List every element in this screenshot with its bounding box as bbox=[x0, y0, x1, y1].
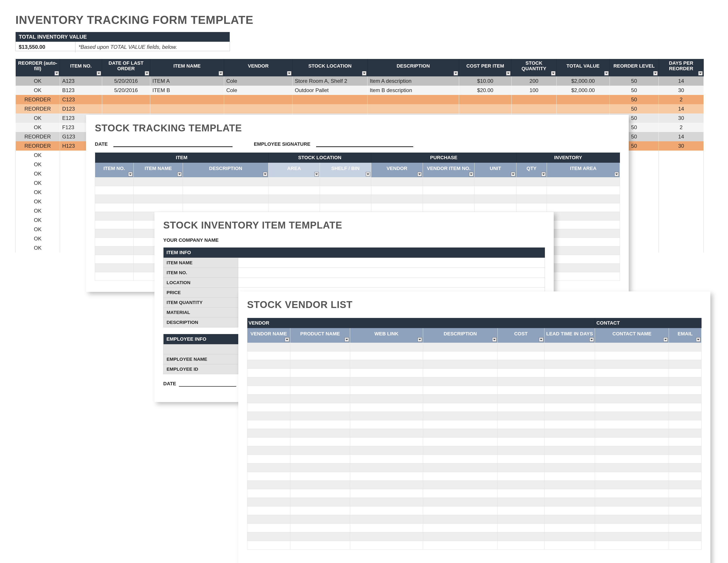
filter-dropdown-icon[interactable] bbox=[663, 337, 668, 342]
table-cell[interactable] bbox=[497, 489, 544, 498]
table-cell[interactable] bbox=[290, 420, 350, 429]
table-cell[interactable] bbox=[423, 507, 497, 515]
table-cell[interactable] bbox=[247, 360, 290, 369]
table-cell[interactable] bbox=[669, 429, 702, 438]
table-cell[interactable] bbox=[497, 472, 544, 481]
filter-dropdown-icon[interactable] bbox=[551, 71, 555, 75]
table-cell[interactable] bbox=[350, 369, 423, 377]
table-cell[interactable] bbox=[497, 429, 544, 438]
table-cell[interactable]: 5/20/2016 bbox=[102, 76, 150, 86]
column-header[interactable]: VENDOR bbox=[224, 59, 293, 76]
table-cell[interactable] bbox=[544, 412, 595, 420]
table-cell[interactable]: 30 bbox=[659, 141, 704, 150]
table-cell[interactable]: OK bbox=[16, 188, 60, 197]
table-cell[interactable]: Outdoor Pallet bbox=[293, 86, 368, 95]
column-header[interactable]: STOCK QUANTITY bbox=[511, 59, 556, 76]
table-cell[interactable] bbox=[293, 104, 368, 113]
table-cell[interactable] bbox=[497, 446, 544, 455]
table-cell[interactable] bbox=[95, 255, 134, 263]
table-cell[interactable] bbox=[247, 395, 290, 403]
filter-dropdown-icon[interactable] bbox=[454, 71, 458, 75]
signature-input-line[interactable] bbox=[316, 146, 413, 147]
table-cell[interactable] bbox=[595, 343, 669, 352]
table-cell[interactable] bbox=[290, 524, 350, 532]
table-cell[interactable] bbox=[669, 420, 702, 429]
table-cell[interactable] bbox=[511, 95, 556, 104]
table-cell[interactable] bbox=[247, 369, 290, 377]
table-cell[interactable] bbox=[475, 177, 516, 186]
table-cell[interactable] bbox=[423, 446, 497, 455]
table-cell[interactable] bbox=[669, 377, 702, 386]
table-cell[interactable] bbox=[320, 177, 371, 186]
table-cell[interactable] bbox=[544, 403, 595, 412]
table-cell[interactable] bbox=[669, 386, 702, 395]
filter-dropdown-icon[interactable] bbox=[696, 337, 700, 342]
table-cell[interactable] bbox=[247, 455, 290, 463]
table-cell[interactable] bbox=[669, 524, 702, 532]
table-cell[interactable] bbox=[659, 243, 704, 252]
table-cell[interactable] bbox=[350, 377, 423, 386]
table-cell[interactable] bbox=[290, 369, 350, 377]
column-header[interactable]: AREA bbox=[268, 163, 320, 177]
table-cell[interactable] bbox=[247, 412, 290, 420]
table-cell[interactable] bbox=[475, 195, 516, 203]
column-header[interactable]: VENDOR bbox=[371, 163, 423, 177]
table-cell[interactable]: Cole bbox=[224, 86, 293, 95]
filter-dropdown-icon[interactable] bbox=[287, 71, 291, 75]
table-cell[interactable] bbox=[350, 489, 423, 498]
table-cell[interactable] bbox=[247, 463, 290, 472]
table-cell[interactable] bbox=[247, 420, 290, 429]
table-cell[interactable] bbox=[350, 395, 423, 403]
column-header[interactable]: LEAD TIME IN DAYS bbox=[544, 328, 595, 343]
table-cell[interactable] bbox=[544, 352, 595, 360]
table-cell[interactable] bbox=[595, 532, 669, 541]
table-cell[interactable] bbox=[247, 481, 290, 489]
table-cell[interactable]: OK bbox=[16, 197, 60, 206]
table-cell[interactable] bbox=[595, 463, 669, 472]
table-cell[interactable] bbox=[423, 455, 497, 463]
column-header[interactable]: COST PER ITEM bbox=[459, 59, 511, 76]
column-header[interactable]: PRODUCT NAME bbox=[290, 328, 350, 343]
table-cell[interactable] bbox=[423, 532, 497, 541]
table-cell[interactable]: C123 bbox=[60, 95, 102, 104]
table-cell[interactable] bbox=[95, 203, 134, 212]
table-cell[interactable]: OK bbox=[16, 76, 60, 86]
table-cell[interactable]: $2,000.00 bbox=[557, 86, 610, 95]
table-cell[interactable] bbox=[659, 188, 704, 197]
table-cell[interactable] bbox=[497, 498, 544, 507]
filter-dropdown-icon[interactable] bbox=[589, 337, 594, 342]
filter-dropdown-icon[interactable] bbox=[541, 172, 546, 176]
filter-dropdown-icon[interactable] bbox=[511, 172, 515, 176]
table-cell[interactable] bbox=[247, 377, 290, 386]
table-cell[interactable] bbox=[183, 186, 268, 195]
table-cell[interactable] bbox=[547, 238, 620, 246]
filter-dropdown-icon[interactable] bbox=[604, 71, 609, 75]
table-cell[interactable] bbox=[134, 195, 183, 203]
table-cell[interactable] bbox=[350, 463, 423, 472]
table-cell[interactable] bbox=[497, 395, 544, 403]
table-cell[interactable] bbox=[544, 463, 595, 472]
table-cell[interactable] bbox=[595, 352, 669, 360]
table-cell[interactable]: REORDER bbox=[16, 132, 60, 141]
table-cell[interactable] bbox=[659, 215, 704, 225]
table-cell[interactable] bbox=[423, 438, 497, 446]
table-cell[interactable] bbox=[290, 463, 350, 472]
table-cell[interactable] bbox=[350, 498, 423, 507]
table-cell[interactable] bbox=[475, 186, 516, 195]
table-cell[interactable] bbox=[544, 472, 595, 481]
filter-dropdown-icon[interactable] bbox=[366, 172, 370, 176]
table-cell[interactable] bbox=[290, 446, 350, 455]
table-cell[interactable]: REORDER bbox=[16, 141, 60, 150]
table-cell[interactable] bbox=[247, 541, 290, 550]
table-cell[interactable]: $2,000.00 bbox=[557, 76, 610, 86]
table-cell[interactable] bbox=[497, 507, 544, 515]
table-cell[interactable]: REORDER bbox=[16, 104, 60, 113]
table-cell[interactable] bbox=[350, 429, 423, 438]
table-cell[interactable] bbox=[423, 343, 497, 352]
table-cell[interactable] bbox=[290, 360, 350, 369]
table-cell[interactable]: OK bbox=[16, 169, 60, 178]
table-cell[interactable] bbox=[290, 377, 350, 386]
table-cell[interactable] bbox=[497, 463, 544, 472]
table-cell[interactable] bbox=[350, 541, 423, 550]
column-header[interactable]: VENDOR ITEM NO. bbox=[423, 163, 475, 177]
